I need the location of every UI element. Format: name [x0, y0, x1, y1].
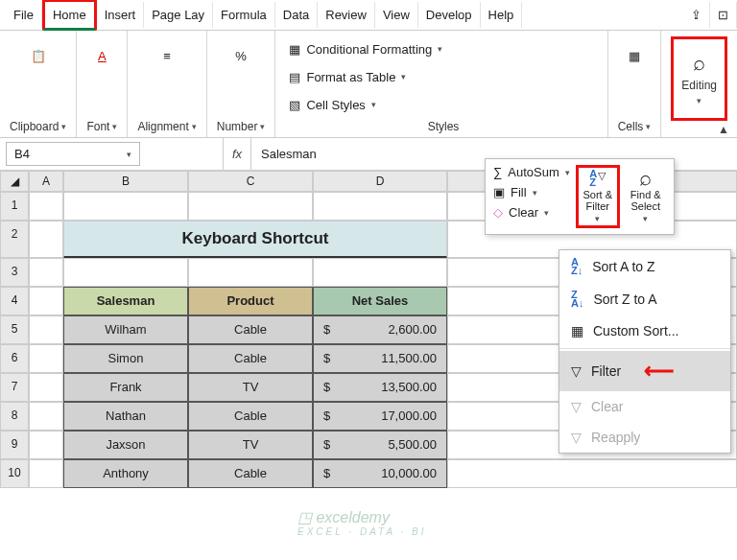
ribbon: 📋 Clipboard▾ A Font▾ ≡ Alignment▾ % Numb…: [0, 31, 737, 138]
tab-file[interactable]: File: [6, 2, 42, 28]
menu-sort-za[interactable]: ZA↓Sort Z to A: [559, 283, 730, 315]
table-cell[interactable]: $11,500.00: [313, 344, 447, 373]
cells-icon: ▦: [623, 44, 646, 67]
tab-page-layout[interactable]: Page Lay: [144, 2, 213, 28]
table-cell[interactable]: $17,000.00: [313, 402, 447, 431]
col-header-d[interactable]: D: [313, 171, 447, 192]
eraser-icon: ◇: [493, 205, 503, 220]
table-cell[interactable]: Cable: [188, 315, 313, 344]
reapply-icon: ▽: [571, 430, 582, 445]
row-header[interactable]: 2: [0, 221, 29, 258]
group-styles: ▦Conditional Formatting ▾ ▤Format as Tab…: [275, 31, 607, 137]
tab-help[interactable]: Help: [481, 2, 523, 28]
row-header[interactable]: 10: [0, 459, 29, 488]
menu-filter[interactable]: ▽Filter⟵: [559, 351, 730, 391]
sort-az-icon: AZ↓: [571, 258, 582, 275]
styles-caption: Styles: [428, 120, 460, 133]
annotation-arrow: ⟵: [644, 359, 675, 384]
group-cells[interactable]: ▦ Cells▾: [608, 31, 662, 137]
group-alignment[interactable]: ≡ Alignment▾: [128, 31, 206, 137]
watermark: ◳ exceldemy EXCEL · DATA · BI: [297, 508, 427, 537]
table-cell[interactable]: $10,000.00: [313, 459, 447, 488]
az-icon: AZ: [589, 170, 597, 187]
search-icon: [688, 52, 711, 75]
table-cell[interactable]: Frank: [63, 373, 188, 402]
table-cell[interactable]: Cable: [188, 459, 313, 488]
tab-review[interactable]: Review: [318, 2, 375, 28]
fx-button[interactable]: fx: [223, 138, 251, 170]
collapse-ribbon-icon[interactable]: ▲: [718, 123, 729, 136]
menu-clear-filter: ▽Clear: [559, 391, 730, 422]
table-cell[interactable]: Cable: [188, 344, 313, 373]
find-select-button[interactable]: Find & Select▾: [624, 165, 668, 228]
col-header-a[interactable]: A: [29, 171, 63, 192]
table-cell[interactable]: Nathan: [63, 402, 188, 431]
cf-icon: ▦: [289, 42, 300, 57]
row-header[interactable]: 1: [0, 192, 29, 221]
col-header-b[interactable]: B: [63, 171, 188, 192]
funnel-clear-icon: ▽: [571, 399, 582, 414]
tab-data[interactable]: Data: [275, 2, 318, 28]
alignment-icon: ≡: [155, 44, 178, 67]
menu-custom-sort[interactable]: ▦Custom Sort...: [559, 315, 730, 346]
group-editing[interactable]: Editing ▾: [661, 31, 737, 137]
group-font[interactable]: A Font▾: [77, 31, 128, 137]
header-netsales[interactable]: Net Sales: [313, 287, 447, 315]
font-icon: A: [90, 44, 113, 67]
share-icon[interactable]: ⇪: [683, 2, 710, 28]
table-cell[interactable]: Anthony: [63, 459, 188, 488]
autosum-button[interactable]: ∑AutoSum ▾: [493, 165, 570, 179]
table-cell[interactable]: TV: [188, 431, 313, 459]
table-cell[interactable]: $2,600.00: [313, 315, 447, 344]
format-as-table[interactable]: ▤Format as Table ▾: [289, 64, 406, 89]
conditional-formatting[interactable]: ▦Conditional Formatting ▾: [289, 36, 442, 61]
menu-sort-az[interactable]: AZ↓Sort A to Z: [559, 250, 730, 283]
fill-button[interactable]: ▣Fill ▾: [493, 185, 570, 199]
clipboard-icon: 📋: [27, 44, 50, 67]
percent-icon: %: [229, 44, 252, 67]
table-cell[interactable]: $5,500.00: [313, 431, 447, 459]
funnel-icon: ▽: [571, 363, 582, 379]
sort-za-icon: ZA↓: [571, 291, 583, 308]
title-cell[interactable]: Keyboard Shortcut: [63, 221, 447, 258]
col-header-c[interactable]: C: [188, 171, 313, 192]
select-all-corner[interactable]: ◢: [0, 171, 29, 192]
table-cell[interactable]: Wilham: [63, 315, 188, 344]
name-box[interactable]: B4 ▾: [6, 142, 140, 166]
group-clipboard[interactable]: 📋 Clipboard▾: [0, 31, 77, 137]
clear-button[interactable]: ◇Clear ▾: [493, 205, 570, 220]
row-header[interactable]: 3: [0, 258, 29, 287]
chevron-down-icon[interactable]: ▾: [127, 150, 131, 159]
row-header[interactable]: 8: [0, 402, 29, 431]
cell-styles[interactable]: ▧Cell Styles ▾: [289, 92, 375, 117]
search-icon: [639, 170, 652, 187]
group-number[interactable]: % Number▾: [207, 31, 276, 137]
menu-reapply: ▽Reapply: [559, 422, 730, 453]
row-header[interactable]: 6: [0, 344, 29, 373]
fill-icon: ▣: [493, 185, 505, 199]
table-cell[interactable]: Jaxson: [63, 431, 188, 459]
tab-insert[interactable]: Insert: [97, 2, 145, 28]
sort-filter-button[interactable]: AZ▽ Sort & Filter▾: [576, 165, 620, 228]
header-salesman[interactable]: Salesman: [63, 287, 188, 315]
table-icon: ▤: [289, 70, 300, 84]
table-cell[interactable]: $13,500.00: [313, 373, 447, 402]
sigma-icon: ∑: [493, 165, 502, 179]
table-cell[interactable]: Simon: [63, 344, 188, 373]
tab-home[interactable]: Home: [42, 0, 97, 31]
table-cell[interactable]: TV: [188, 373, 313, 402]
sort-filter-menu: AZ↓Sort A to Z ZA↓Sort Z to A ▦Custom So…: [559, 249, 731, 454]
tab-view[interactable]: View: [375, 2, 418, 28]
custom-sort-icon: ▦: [571, 323, 583, 338]
row-header[interactable]: 9: [0, 431, 29, 459]
row-header[interactable]: 5: [0, 315, 29, 344]
header-product[interactable]: Product: [188, 287, 313, 315]
tab-develop[interactable]: Develop: [418, 2, 481, 28]
table-cell[interactable]: Cable: [188, 402, 313, 431]
tab-formula[interactable]: Formula: [213, 2, 275, 28]
menu-tabs: File Home Insert Page Lay Formula Data R…: [0, 0, 737, 31]
row-header[interactable]: 7: [0, 373, 29, 402]
cellstyles-icon: ▧: [289, 98, 300, 112]
comments-icon[interactable]: ⊡: [710, 2, 737, 28]
row-header[interactable]: 4: [0, 287, 29, 315]
